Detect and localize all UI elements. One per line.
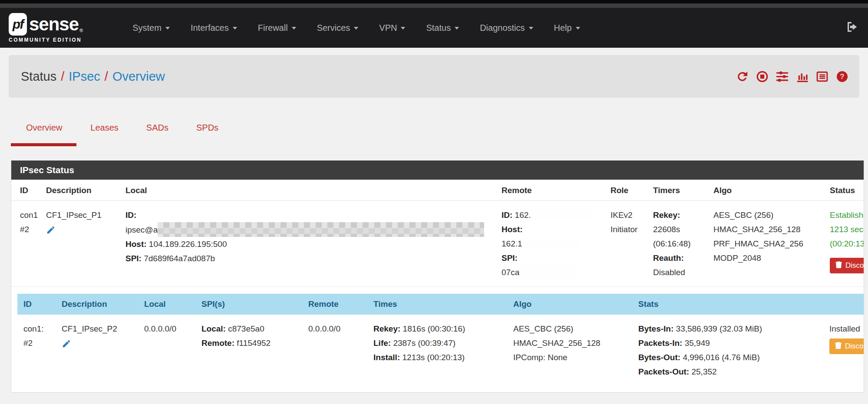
- chevron-down-icon: [354, 27, 358, 30]
- main-menu: System Interfaces Firewall Services VPN …: [122, 23, 590, 33]
- bar-chart-icon[interactable]: [795, 70, 809, 83]
- svg-text:?: ?: [840, 72, 844, 81]
- tab-spds[interactable]: SPDs: [182, 123, 232, 146]
- status-text: Established 1213 seconds (00:20:13): [830, 208, 864, 251]
- col-header-algo: Algo: [507, 294, 632, 315]
- stop-icon[interactable]: [756, 70, 769, 83]
- redacted-remote-id: [531, 209, 594, 220]
- chevron-down-icon: [401, 27, 405, 30]
- breadcrumb-link-overview[interactable]: Overview: [112, 69, 165, 83]
- col-header-id: ID: [11, 180, 42, 201]
- brand-name: sense: [29, 14, 79, 35]
- breadcrumb-panel: Status/IPsec/Overview ?: [9, 55, 859, 98]
- sign-out-icon[interactable]: [845, 20, 858, 35]
- cell-local: 0.0.0.0/0: [138, 315, 195, 386]
- col-header-algo: Algo: [709, 180, 825, 201]
- cell-description: CF1_IPsec_P2: [56, 315, 138, 386]
- breadcrumb-separator: /: [100, 69, 112, 83]
- trash-icon: [835, 342, 842, 351]
- col-header-local: Local: [138, 294, 195, 315]
- cell-algo: AES_CBC (256) HMAC_SHA2_256_128 PRF_HMAC…: [709, 201, 825, 287]
- col-header-times: Times: [367, 294, 507, 315]
- redacted-local-id: [158, 222, 484, 237]
- menu-status[interactable]: Status: [416, 23, 469, 33]
- disconnect-child-button[interactable]: Disconnect: [829, 338, 864, 354]
- col-header-id: ID: [17, 294, 56, 315]
- cell-algo: AES_CBC (256) HMAC_SHA2_256_128 IPComp: …: [507, 315, 632, 386]
- child-sa-section: ID Description Local SPI(s) Remote Times…: [17, 294, 864, 386]
- cell-status: Installed Disconnect: [823, 315, 864, 386]
- menu-services[interactable]: Services: [307, 23, 369, 33]
- col-header-spis: SPI(s): [195, 294, 302, 315]
- brand-subtitle: COMMUNITY EDITION: [9, 37, 83, 43]
- subnav-tabs: Overview Leases SADs SPDs: [11, 123, 868, 146]
- cell-remote: ID: 162. Host: 162.1 SPI: 07ca: [497, 201, 606, 287]
- col-header-timers: Timers: [649, 180, 709, 201]
- help-icon[interactable]: ?: [835, 70, 849, 83]
- top-strip-gray: [0, 3, 868, 8]
- chevron-down-icon: [529, 27, 533, 30]
- panel-header: IPsec Status: [11, 161, 864, 180]
- cell-times: Rekey: 1816s (00:30:16) Life: 2387s (00:…: [367, 315, 507, 386]
- col-header-role: Role: [606, 180, 649, 201]
- cell-spis: Local: c873e5a0 Remote: f1154952: [195, 315, 302, 386]
- cell-id: con1 #2: [11, 201, 42, 287]
- status-text: Installed: [829, 322, 864, 336]
- chevron-down-icon: [455, 27, 459, 30]
- col-header-local: Local: [121, 180, 497, 201]
- menu-interfaces[interactable]: Interfaces: [180, 23, 248, 33]
- breadcrumb-section: Status: [21, 69, 56, 83]
- redacted-remote-host: [522, 238, 578, 249]
- chevron-down-icon: [292, 27, 296, 30]
- menu-diagnostics[interactable]: Diagnostics: [469, 23, 543, 33]
- panel-title: IPsec Status: [20, 165, 74, 175]
- pencil-icon[interactable]: [62, 338, 71, 348]
- brand-registered-mark: ®: [79, 28, 83, 33]
- child-sa-table: ID Description Local SPI(s) Remote Times…: [17, 294, 864, 386]
- ike-sa-table: ID Description Local Remote Role Timers …: [11, 180, 864, 287]
- sliders-icon[interactable]: [776, 70, 789, 83]
- disconnect-button[interactable]: Disconnect: [830, 258, 864, 273]
- pfsense-logo[interactable]: pf sense ® COMMUNITY EDITION: [9, 13, 83, 43]
- trash-icon: [835, 261, 842, 270]
- cell-description: CF1_IPsec_P1: [42, 201, 121, 287]
- col-header-remote: Remote: [302, 294, 367, 315]
- cell-role: IKEv2 Initiator: [606, 201, 649, 287]
- col-header-description: Description: [56, 294, 138, 315]
- col-header-description: Description: [42, 180, 121, 201]
- cell-local: ID: ipsec@a Host: 104.189.226.195:500 SP…: [121, 201, 497, 287]
- navbar: pf sense ® COMMUNITY EDITION System Inte…: [0, 8, 868, 48]
- cell-id: con1: #2: [17, 315, 56, 386]
- menu-help[interactable]: Help: [544, 23, 591, 33]
- breadcrumb: Status/IPsec/Overview: [21, 69, 165, 84]
- pencil-icon[interactable]: [46, 225, 56, 234]
- cell-stats: Bytes-In: 33,586,939 (32.03 MiB) Packets…: [632, 315, 823, 386]
- col-header-remote: Remote: [497, 180, 606, 201]
- menu-system[interactable]: System: [122, 23, 180, 33]
- menu-vpn[interactable]: VPN: [369, 23, 416, 33]
- cell-remote: 0.0.0.0/0: [302, 315, 367, 386]
- menu-firewall[interactable]: Firewall: [248, 23, 307, 33]
- cell-status: Established 1213 seconds (00:20:13) Disc…: [825, 201, 864, 287]
- tab-sads[interactable]: SADs: [132, 123, 182, 146]
- chevron-down-icon: [165, 27, 170, 30]
- tab-leases[interactable]: Leases: [76, 123, 132, 146]
- list-icon[interactable]: [815, 70, 829, 83]
- tab-overview[interactable]: Overview: [11, 123, 76, 146]
- breadcrumb-separator: /: [56, 69, 69, 83]
- cell-timers: Rekey: 22608s (06:16:48) Reauth: Disable…: [649, 201, 709, 287]
- col-header-status: Status: [825, 180, 864, 201]
- col-header-stats: Stats: [632, 294, 823, 315]
- col-header-blank: [823, 294, 864, 315]
- chevron-down-icon: [576, 27, 580, 30]
- top-strip-black: [0, 0, 868, 3]
- page-action-icons: ?: [736, 70, 849, 83]
- chevron-down-icon: [233, 27, 237, 30]
- redacted-remote-spi: [519, 266, 575, 278]
- refresh-icon[interactable]: [736, 70, 749, 83]
- pf-logo-mark: pf: [9, 13, 27, 36]
- ipsec-status-panel: IPsec Status ID Description Local Remote…: [11, 160, 864, 393]
- breadcrumb-link-ipsec[interactable]: IPsec: [69, 69, 100, 83]
